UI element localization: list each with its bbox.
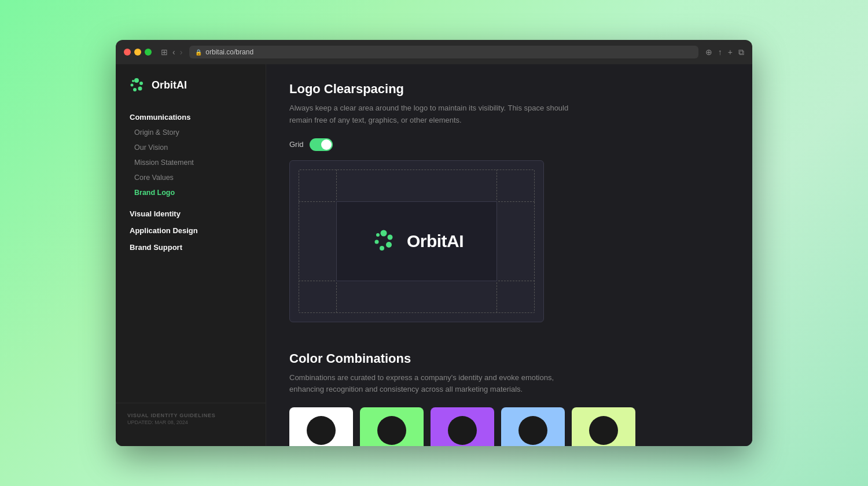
sidebar-footer: VISUAL IDENTITY GUIDELINES UPDATED: MAR … — [116, 403, 266, 435]
nav-section: Communications Origin & Story Our Vision… — [116, 108, 266, 403]
logo-inner-box: OrbitAI — [336, 201, 497, 281]
svg-point-7 — [387, 234, 392, 240]
svg-point-8 — [386, 242, 392, 248]
color-circle-3 — [518, 416, 547, 445]
minimize-button[interactable] — [134, 49, 141, 56]
footer-date: UPDATED: MAR 08, 2024 — [127, 419, 254, 425]
sidebar-toggle-icon[interactable]: ⊞ — [161, 47, 168, 57]
svg-point-9 — [380, 246, 384, 251]
color-combinations-section: Color Combinations Combinations are cura… — [289, 351, 729, 446]
grid-label: Grid — [289, 140, 304, 149]
browser-actions: ⊕ ↑ + ⧉ — [705, 47, 744, 57]
color-combinations-desc: Combinations are curated to express a co… — [289, 372, 579, 396]
maximize-button[interactable] — [145, 49, 152, 56]
svg-point-1 — [139, 82, 143, 85]
svg-point-10 — [374, 240, 378, 244]
forward-icon: › — [180, 47, 183, 57]
svg-point-3 — [133, 88, 137, 91]
svg-point-5 — [132, 80, 134, 82]
app-logo-text: OrbitAI — [152, 79, 187, 91]
address-bar[interactable]: 🔒 orbitai.co/brand — [189, 46, 698, 58]
sidebar-item-application-design[interactable]: Application Design — [125, 222, 256, 238]
inner-logo-text: OrbitAI — [407, 231, 464, 251]
color-card-3 — [501, 407, 565, 446]
browser-window: ⊞ ‹ › 🔒 orbitai.co/brand ⊕ ↑ + ⧉ — [116, 40, 752, 446]
sidebar: OrbitAI Communications Origin & Story Ou… — [116, 64, 266, 446]
color-card-0 — [289, 407, 353, 446]
color-circle-1 — [377, 416, 406, 445]
sidebar-item-origin-story[interactable]: Origin & Story — [125, 125, 256, 140]
sidebar-item-brand-support[interactable]: Brand Support — [125, 238, 256, 255]
color-card-4 — [572, 407, 635, 446]
url-text: orbitai.co/brand — [205, 48, 253, 56]
color-cards — [289, 407, 729, 446]
share-icon[interactable]: ↑ — [718, 47, 722, 57]
footer-label: VISUAL IDENTITY GUIDELINES — [127, 413, 254, 418]
traffic-lights — [124, 49, 152, 56]
nav-group-communications[interactable]: Communications — [125, 108, 256, 125]
lock-icon: 🔒 — [195, 49, 202, 56]
app-container: OrbitAI Communications Origin & Story Ou… — [116, 64, 752, 446]
color-card-1 — [360, 407, 424, 446]
logo-dots-icon — [370, 227, 398, 255]
color-card-2 — [431, 407, 494, 446]
grid-toggle-row: Grid — [289, 138, 729, 151]
close-button[interactable] — [124, 49, 131, 56]
browser-chrome: ⊞ ‹ › 🔒 orbitai.co/brand ⊕ ↑ + ⧉ — [116, 40, 752, 64]
sidebar-item-visual-identity[interactable]: Visual Identity — [125, 205, 256, 222]
main-content: Logo Clearspacing Always keep a clear ar… — [266, 64, 752, 446]
clearspacing-section: Logo Clearspacing Always keep a clear ar… — [289, 82, 729, 322]
logo-clearspace-container: OrbitAI — [289, 160, 544, 322]
clearspacing-title: Logo Clearspacing — [289, 82, 729, 97]
nav-controls: ⊞ ‹ › — [161, 47, 182, 57]
grid-toggle[interactable] — [310, 138, 333, 151]
back-icon[interactable]: ‹ — [172, 47, 175, 57]
sidebar-item-brand-logo[interactable]: Brand Logo — [125, 185, 256, 200]
svg-point-6 — [380, 230, 387, 236]
toggle-knob — [321, 139, 332, 150]
sidebar-item-mission-statement[interactable]: Mission Statement — [125, 155, 256, 170]
svg-point-2 — [138, 87, 142, 91]
svg-point-0 — [134, 78, 139, 83]
logo-area: OrbitAI — [116, 76, 266, 108]
bookmarks-icon[interactable]: ⊕ — [705, 47, 712, 57]
color-circle-2 — [448, 416, 477, 445]
color-combinations-title: Color Combinations — [289, 351, 729, 366]
svg-point-11 — [376, 233, 380, 237]
sidebar-item-our-vision[interactable]: Our Vision — [125, 140, 256, 155]
clearspacing-desc: Always keep a clear area around the logo… — [289, 102, 579, 127]
svg-point-4 — [131, 84, 134, 87]
color-circle-4 — [589, 416, 618, 445]
orbitai-logo-icon — [127, 76, 146, 94]
sidebar-item-core-values[interactable]: Core Values — [125, 170, 256, 185]
tab-overview-icon[interactable]: ⧉ — [738, 47, 744, 57]
color-circle-0 — [307, 416, 336, 445]
add-tab-icon[interactable]: + — [728, 47, 733, 57]
